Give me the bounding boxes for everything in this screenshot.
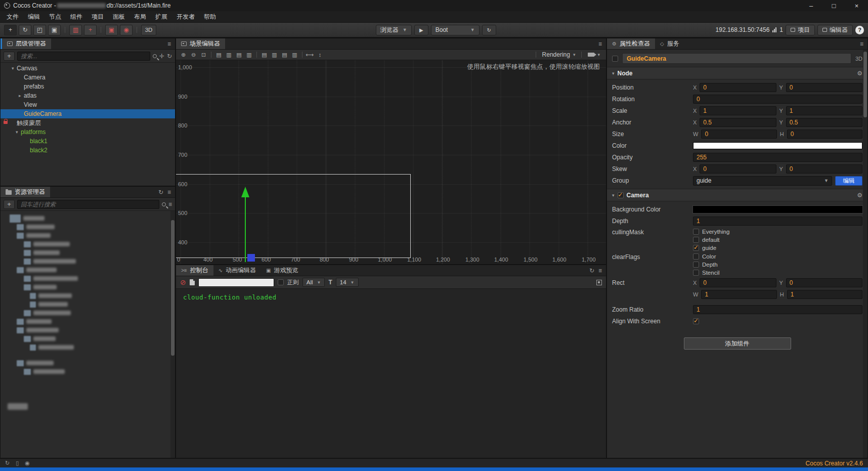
asset-thumbnail[interactable] xyxy=(24,369,31,375)
color-swatch[interactable] xyxy=(693,142,862,149)
refresh-icon[interactable]: ↻ xyxy=(5,460,10,466)
move-tool-button[interactable]: + xyxy=(4,25,17,35)
expand-v-icon[interactable]: ↕ xyxy=(316,51,324,59)
refresh-assets-icon[interactable]: ↻ xyxy=(158,189,163,196)
align-bottom-icon[interactable]: ▥ xyxy=(270,51,279,59)
rect-x-input[interactable]: 0 xyxy=(700,278,776,287)
rendering-mode-dropdown[interactable]: Rendering ▾ xyxy=(539,51,579,58)
expand-h-icon[interactable]: ⟷ xyxy=(306,51,314,59)
asset-item-redacted[interactable] xyxy=(26,319,52,324)
asset-item-redacted[interactable] xyxy=(33,285,57,289)
tab-inspector[interactable]: ⚙ 属性检查器 xyxy=(607,38,655,49)
tree-node-atlas[interactable]: ▸ atlas xyxy=(1,91,175,100)
plugin-capture-button[interactable]: ◉ xyxy=(120,25,133,35)
scale-tool-button[interactable]: ◰ xyxy=(33,25,46,35)
asset-item-redacted[interactable] xyxy=(26,328,59,332)
assets-scrollbar[interactable] xyxy=(170,211,175,458)
tab-hierarchy[interactable]: 层级管理器 xyxy=(1,38,51,49)
tab-scene-editor[interactable]: 场景编辑器 xyxy=(176,38,225,49)
checkbox[interactable] xyxy=(693,270,699,276)
open-project-button[interactable]: 项目 xyxy=(786,25,815,35)
menu-component[interactable]: 组件 xyxy=(66,11,87,22)
minimize-button[interactable]: – xyxy=(800,0,822,11)
refresh-preview-button[interactable]: ↻ xyxy=(482,25,496,35)
plugin-add-button[interactable]: + xyxy=(84,25,97,35)
zoom-ratio-input[interactable]: 1 xyxy=(693,305,862,314)
add-component-button[interactable]: 添加组件 xyxy=(684,337,791,350)
chevron-down-icon[interactable]: ▾ xyxy=(16,130,21,135)
asset-item-redacted[interactable] xyxy=(26,361,54,365)
checkbox[interactable] xyxy=(693,229,699,235)
group-dropdown[interactable]: guide ▼ xyxy=(693,176,832,186)
checkbox[interactable] xyxy=(693,253,699,260)
background-color-swatch[interactable] xyxy=(693,206,862,213)
menu-layout[interactable]: 布局 xyxy=(129,11,151,22)
checkbox[interactable] xyxy=(693,245,699,251)
skew-y-input[interactable]: 0 xyxy=(786,164,862,174)
tree-node-view[interactable]: View xyxy=(1,100,175,109)
zoom-out-icon[interactable]: ⊖ xyxy=(189,51,198,59)
asset-item-redacted[interactable] xyxy=(38,293,72,298)
asset-thumbnail[interactable] xyxy=(24,259,31,265)
clear-console-icon[interactable]: ⊘ xyxy=(180,278,186,286)
chevron-down-icon[interactable]: ▾ xyxy=(612,71,615,76)
asset-thumbnail[interactable] xyxy=(17,319,24,325)
asset-item-redacted[interactable] xyxy=(33,259,76,264)
asset-item-redacted[interactable] xyxy=(8,403,28,410)
selected-node-handle[interactable] xyxy=(247,254,255,262)
asset-thumbnail[interactable] xyxy=(24,276,31,282)
locate-node-icon[interactable]: ✛ xyxy=(159,53,164,60)
align-right-icon[interactable]: ▤ xyxy=(235,51,243,59)
panel-menu-icon[interactable]: ≡ xyxy=(167,40,171,48)
search-icon[interactable] xyxy=(162,202,166,206)
clear-flag-color[interactable]: Color xyxy=(693,252,862,260)
chevron-down-icon[interactable]: ▾ xyxy=(612,193,615,198)
tree-node-prefabs[interactable]: prefabs xyxy=(1,82,175,91)
preview-target-dropdown[interactable]: 浏览器 ▼ xyxy=(376,25,412,35)
tree-node-guidecamera[interactable]: GuideCamera xyxy=(1,109,175,118)
culling-option-guide[interactable]: guide xyxy=(693,244,862,251)
asset-item-redacted[interactable] xyxy=(33,276,78,281)
trash-icon[interactable]: ▯ xyxy=(16,460,19,466)
camera-section-header[interactable]: ▾ Camera ⚙ xyxy=(607,189,867,201)
gizmo-y-axis-arrowhead[interactable] xyxy=(241,187,249,197)
open-editor-button[interactable]: 编辑器 xyxy=(817,25,853,35)
align-with-screen-checkbox[interactable] xyxy=(693,318,699,324)
regex-checkbox[interactable] xyxy=(278,279,284,285)
clear-flag-stencil[interactable]: Stencil xyxy=(693,269,862,276)
node-section-header[interactable]: ▾ Node ⚙ xyxy=(607,67,867,79)
asset-item-redacted[interactable] xyxy=(38,302,68,307)
menu-extension[interactable]: 扩展 xyxy=(151,11,172,22)
asset-thumbnail[interactable] xyxy=(30,345,36,351)
popout-console-icon[interactable] xyxy=(596,280,602,285)
culling-option-everything[interactable]: Everything xyxy=(693,228,862,235)
tab-console[interactable]: >≡ 控制台 xyxy=(176,265,213,276)
mode-3d-toggle[interactable]: 3D xyxy=(141,25,156,35)
chevron-right-icon[interactable]: ▸ xyxy=(19,93,24,98)
anchor-y-input[interactable]: 0.5 xyxy=(786,118,862,127)
camera-enabled-checkbox[interactable] xyxy=(618,192,624,198)
scrollbar-thumb[interactable] xyxy=(171,220,175,356)
tree-node-canvas[interactable]: ▾ Canvas xyxy=(1,64,175,73)
asset-thumbnail[interactable] xyxy=(24,250,31,256)
scale-y-input[interactable]: 1 xyxy=(786,106,862,115)
asset-thumbnail[interactable] xyxy=(24,336,31,342)
asset-thumbnail[interactable] xyxy=(10,215,21,223)
asset-item-redacted[interactable] xyxy=(33,311,71,315)
asset-thumbnail[interactable] xyxy=(17,224,24,230)
inspector-scrollbar[interactable] xyxy=(863,50,867,458)
asset-thumbnail[interactable] xyxy=(17,267,24,273)
tree-node-platforms[interactable]: ▾ platforms xyxy=(1,127,175,137)
size-w-input[interactable]: 0 xyxy=(701,130,776,139)
rotation-input[interactable]: 0 xyxy=(693,95,862,104)
plugin-chart-button[interactable]: ▥ xyxy=(69,25,82,35)
sort-icon[interactable]: ≡ xyxy=(168,201,172,208)
position-x-input[interactable]: 0 xyxy=(700,83,776,92)
console-log-area[interactable]: cloud-function unloaded xyxy=(176,289,606,458)
anchor-x-input[interactable]: 0.5 xyxy=(700,118,776,127)
node-active-checkbox[interactable] xyxy=(612,56,618,62)
assets-search-input[interactable] xyxy=(17,200,159,209)
scrollbar-thumb[interactable] xyxy=(863,52,867,117)
opacity-input[interactable]: 255 xyxy=(693,153,862,162)
tab-services[interactable]: ◇ 服务 xyxy=(655,38,684,49)
